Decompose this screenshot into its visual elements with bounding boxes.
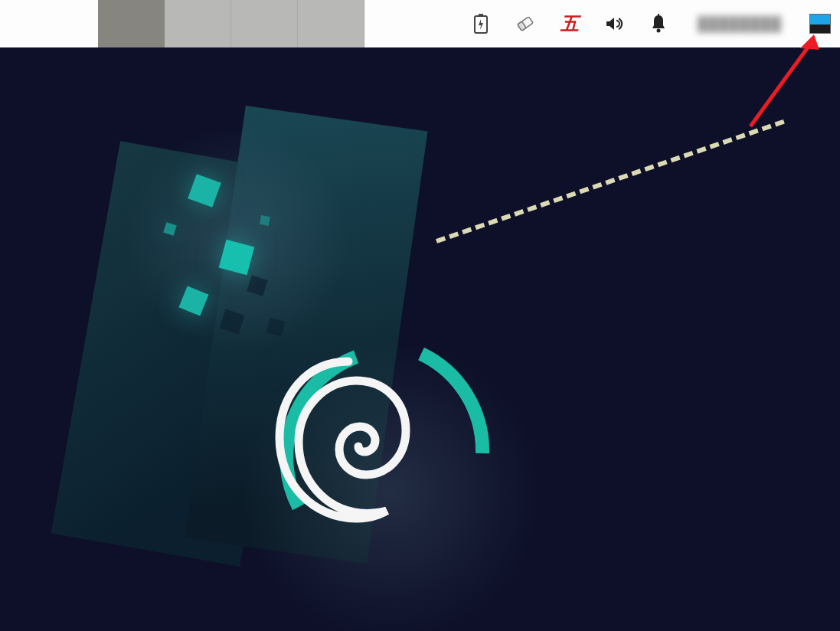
taskbar: 五 ████████: [0, 0, 840, 47]
taskbar-tasks: [98, 0, 364, 47]
task-item-active[interactable]: [98, 0, 165, 47]
task-item[interactable]: [165, 0, 231, 47]
svg-point-4: [656, 29, 660, 33]
svg-rect-1: [479, 14, 483, 16]
light-beam: [436, 119, 785, 244]
task-item[interactable]: [231, 0, 298, 47]
wallpaper: [0, 47, 840, 631]
teal-ring: [253, 316, 513, 576]
volume-icon[interactable]: [603, 12, 626, 35]
show-desktop-button[interactable]: [809, 14, 831, 34]
eraser-icon[interactable]: [514, 12, 537, 35]
user-name-label[interactable]: ████████: [691, 16, 788, 32]
desktop[interactable]: [0, 47, 840, 631]
bell-icon[interactable]: [647, 12, 670, 35]
battery-charging-icon[interactable]: [469, 12, 492, 35]
system-tray: 五 ████████: [469, 12, 840, 35]
svg-rect-5: [658, 14, 659, 16]
ime-label: 五: [561, 11, 579, 36]
taskbar-left-margin: [0, 2, 98, 45]
input-method-icon[interactable]: 五: [558, 12, 581, 35]
task-item[interactable]: [298, 0, 364, 47]
